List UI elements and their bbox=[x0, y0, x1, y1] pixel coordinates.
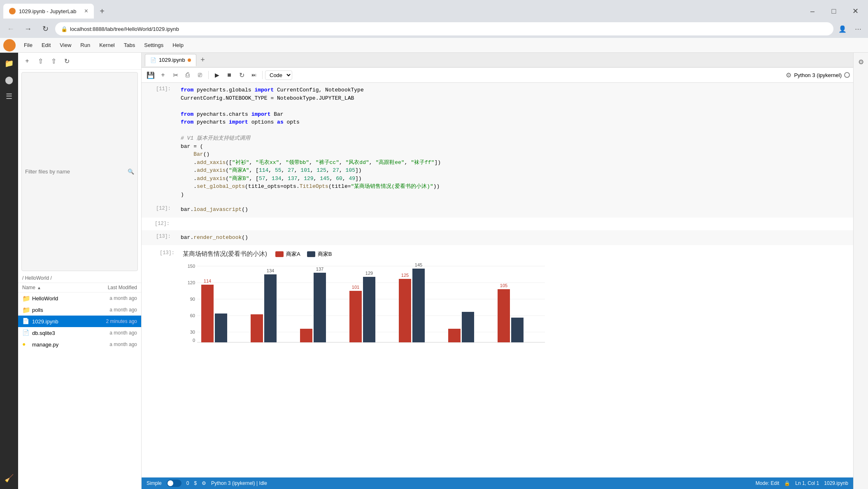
svg-text:101: 101 bbox=[352, 285, 359, 290]
paste-cell-button[interactable]: ⎚ bbox=[194, 69, 206, 81]
sidebar-files-button[interactable]: 📁 bbox=[2, 56, 16, 71]
file-modified: a month ago bbox=[84, 342, 137, 347]
search-icon: 🔍 bbox=[128, 168, 134, 175]
kernel-settings-icon[interactable]: ⚙ bbox=[786, 71, 791, 79]
new-file-button[interactable]: ⇧ bbox=[48, 55, 59, 67]
menu-settings[interactable]: Settings bbox=[140, 40, 168, 50]
menu-help[interactable]: Help bbox=[168, 40, 188, 50]
upload-button[interactable]: ⇧ bbox=[35, 55, 46, 67]
menu-tabs[interactable]: Tabs bbox=[120, 40, 139, 50]
cell-12a-content[interactable]: bar.load_javascript() bbox=[176, 202, 853, 217]
refresh-files-button[interactable]: ↻ bbox=[61, 55, 72, 67]
notebook-icon: 📄 bbox=[22, 318, 30, 325]
search-box[interactable]: 🔍 bbox=[21, 72, 138, 271]
menu-file[interactable]: File bbox=[20, 40, 37, 50]
browser-tab[interactable]: 1029.ipynb - JupyterLab × bbox=[3, 4, 94, 19]
icon-sidebar: 📁 ⬤ ☰ 🧹 bbox=[0, 53, 18, 489]
restart-run-button[interactable]: ⏭ bbox=[248, 69, 260, 81]
save-button[interactable]: 💾 bbox=[145, 69, 156, 81]
browser-more-icon[interactable]: ⋯ bbox=[852, 22, 865, 35]
list-item[interactable]: 📁 HelloWorld a month ago bbox=[18, 292, 141, 304]
close-button[interactable]: ✕ bbox=[846, 5, 865, 18]
new-folder-button[interactable]: + bbox=[21, 55, 33, 67]
file-name-status: 1029.ipynb bbox=[824, 480, 848, 486]
svg-rect-31 bbox=[498, 289, 510, 342]
refresh-button[interactable]: ↻ bbox=[38, 21, 53, 36]
right-panel-settings-button[interactable]: ⚙ bbox=[855, 56, 867, 68]
file-list-header: Name ▲ Last Modified bbox=[18, 283, 141, 292]
sidebar-running-button[interactable]: ⬤ bbox=[2, 73, 16, 87]
folder-icon: 📁 bbox=[22, 295, 30, 302]
address-bar[interactable]: 🔒 localhost:8888/lab/tree/HelloWorld/102… bbox=[55, 22, 833, 35]
toolbar-separator-2 bbox=[262, 71, 263, 79]
menu-view[interactable]: View bbox=[56, 40, 75, 50]
menu-run[interactable]: Run bbox=[76, 40, 94, 50]
legend-color-a bbox=[275, 251, 284, 257]
tab-close-icon[interactable]: × bbox=[84, 7, 88, 15]
maximize-button[interactable]: □ bbox=[824, 5, 843, 18]
notebook-tab[interactable]: 📄 1029.ipynb bbox=[145, 54, 196, 66]
list-item[interactable]: 📄 db.sqlite3 a month ago bbox=[18, 327, 141, 339]
svg-rect-30 bbox=[462, 312, 474, 342]
sidebar-commands-button[interactable]: ☰ bbox=[2, 89, 16, 104]
legend-color-b bbox=[307, 251, 315, 257]
kernel-status-label: Python 3 (ipykernel) | Idle bbox=[211, 480, 267, 486]
svg-text:129: 129 bbox=[365, 271, 373, 276]
list-item[interactable]: ● manage.py a month ago bbox=[18, 339, 141, 350]
edit-mode-label: Mode: Edit bbox=[756, 480, 779, 486]
chart-legend: 商家A 商家B bbox=[275, 250, 332, 258]
svg-rect-29 bbox=[448, 329, 461, 342]
svg-text:30: 30 bbox=[190, 330, 195, 335]
notebook-body[interactable]: [11]: from pyecharts.globals import Curr… bbox=[142, 83, 853, 477]
kernel-status-indicator bbox=[844, 72, 850, 78]
search-input[interactable] bbox=[25, 168, 128, 175]
svg-text:0: 0 bbox=[193, 338, 195, 343]
cut-cell-button[interactable]: ✂ bbox=[170, 69, 181, 81]
status-right: Mode: Edit 🔒 Ln 1, Col 1 1029.ipynb bbox=[756, 480, 848, 486]
menu-kernel[interactable]: Kernel bbox=[95, 40, 119, 50]
minimize-button[interactable]: – bbox=[803, 5, 822, 18]
svg-text:137: 137 bbox=[316, 267, 323, 271]
forward-button[interactable]: → bbox=[21, 21, 35, 36]
chart-title-row: 某商场销售情况(爱看书的小沐) 商家A 商家B bbox=[183, 250, 845, 258]
svg-rect-23 bbox=[363, 277, 375, 342]
file-panel-toolbar: + ⇧ ⇧ ↻ bbox=[18, 53, 141, 70]
new-editor-tab-button[interactable]: + bbox=[197, 54, 209, 66]
settings-status-icon: ⚙ bbox=[202, 480, 206, 486]
sidebar-extensions-button[interactable]: 🧹 bbox=[2, 471, 16, 486]
list-item[interactable]: 📁 polls a month ago bbox=[18, 304, 141, 316]
folder-icon: 📁 bbox=[22, 306, 30, 314]
stop-kernel-button[interactable]: ■ bbox=[223, 69, 235, 81]
svg-text:90: 90 bbox=[190, 297, 195, 302]
file-panel: + ⇧ ⇧ ↻ 🔍 / HelloWorld / Name ▲ Last Mod… bbox=[18, 53, 142, 489]
restart-kernel-button[interactable]: ↻ bbox=[236, 69, 247, 81]
svg-text:125: 125 bbox=[401, 273, 409, 278]
menu-edit[interactable]: Edit bbox=[37, 40, 55, 50]
toolbar-separator bbox=[208, 71, 209, 79]
list-item[interactable]: 📄 1029.ipynb 2 minutes ago bbox=[18, 316, 141, 327]
svg-text:134: 134 bbox=[267, 268, 274, 273]
cell-type-select[interactable]: Code bbox=[265, 70, 292, 80]
back-button[interactable]: ← bbox=[3, 21, 18, 36]
cell-12a-number: [12]: bbox=[143, 202, 176, 217]
unsaved-dot bbox=[188, 58, 191, 62]
browser-profile-icon[interactable]: 👤 bbox=[836, 22, 849, 35]
file-name: 1029.ipynb bbox=[32, 318, 84, 325]
tab-favicon bbox=[9, 8, 16, 14]
add-cell-button[interactable]: + bbox=[157, 69, 169, 81]
file-modified: a month ago bbox=[84, 330, 137, 336]
cell-11-content[interactable]: from pyecharts.globals import CurrentCon… bbox=[176, 83, 853, 202]
tab-strip: 📄 1029.ipynb + bbox=[142, 53, 853, 68]
svg-text:145: 145 bbox=[415, 262, 422, 267]
new-tab-button[interactable]: + bbox=[95, 5, 109, 18]
copy-cell-button[interactable]: ⎙ bbox=[182, 69, 193, 81]
cell-13-content[interactable]: bar.render_notebook() bbox=[176, 230, 853, 245]
run-cell-button[interactable]: ▶ bbox=[211, 69, 223, 81]
cell-13-number: [13]: bbox=[143, 230, 176, 245]
legend-label-a: 商家A bbox=[286, 250, 300, 258]
simple-mode-toggle[interactable] bbox=[167, 480, 182, 487]
app-logo bbox=[3, 39, 16, 51]
menu-bar: File Edit View Run Kernel Tabs Settings … bbox=[0, 38, 868, 53]
file-modified: a month ago bbox=[84, 307, 137, 313]
svg-text:150: 150 bbox=[188, 264, 195, 269]
